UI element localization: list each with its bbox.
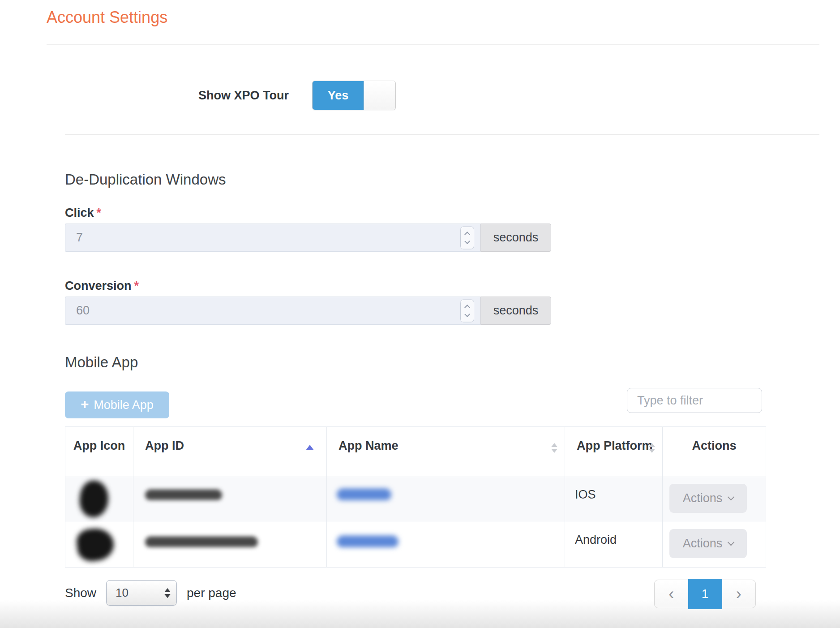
column-header-app-name[interactable]: App Name: [327, 427, 565, 477]
table-row: Android Actions: [65, 522, 766, 568]
seconds-addon: seconds: [480, 297, 551, 325]
required-asterisk: *: [97, 206, 102, 219]
column-header-app-icon: App Icon: [65, 427, 133, 477]
next-page-button[interactable]: ›: [722, 580, 756, 608]
column-header-app-platform[interactable]: App Platform: [565, 427, 663, 477]
actions-button-label: Actions: [683, 491, 723, 505]
spinner-up-icon[interactable]: [464, 305, 470, 310]
table-row: IOS Actions: [65, 477, 766, 522]
app-id-redacted: [145, 490, 222, 500]
account-settings-page: Account Settings Show XPO Tour Yes De-Du…: [0, 0, 840, 628]
add-mobile-app-label: Mobile App: [94, 398, 154, 412]
select-arrows-icon: [164, 588, 171, 598]
mobile-app-table: App Icon App ID App Name App Platform Ac…: [65, 426, 766, 568]
number-spinner[interactable]: [460, 299, 474, 322]
filter-input[interactable]: [627, 388, 762, 413]
sort-both-icon[interactable]: [649, 443, 655, 453]
divider: [47, 44, 819, 45]
current-page-button[interactable]: 1: [688, 579, 722, 609]
app-id-cell: [133, 477, 327, 522]
seconds-addon: seconds: [480, 224, 551, 252]
app-id-redacted: [145, 537, 258, 547]
app-platform-value: Android: [565, 522, 662, 547]
conversion-input-wrap: [65, 297, 480, 325]
click-window-group: seconds: [65, 224, 551, 252]
conversion-window-label: Conversion*: [65, 279, 139, 293]
column-header-actions: Actions: [663, 427, 766, 477]
toggle-on-label[interactable]: Yes: [313, 81, 364, 110]
app-id-header-label: App ID: [145, 439, 184, 452]
app-icon-redacted: [77, 479, 111, 519]
app-id-cell: [133, 522, 327, 567]
app-platform-value: IOS: [565, 477, 662, 502]
dedup-heading: De-Duplication Windows: [65, 171, 226, 188]
divider: [65, 134, 819, 135]
chevron-down-icon: [728, 539, 735, 546]
actions-dropdown-button[interactable]: Actions: [669, 529, 747, 558]
table-header-row: App Icon App ID App Name App Platform Ac…: [65, 427, 766, 477]
xpo-tour-row: Show XPO Tour Yes: [198, 81, 396, 110]
previous-page-button[interactable]: ‹: [655, 580, 688, 608]
per-page-select[interactable]: 10: [106, 580, 177, 606]
plus-icon: +: [81, 396, 89, 413]
pagination: ‹ 1 ›: [654, 580, 756, 608]
per-page-label: per page: [187, 586, 236, 600]
mobile-app-heading: Mobile App: [65, 354, 138, 371]
conversion-window-input[interactable]: [65, 297, 480, 325]
sort-ascending-icon[interactable]: [306, 445, 314, 450]
click-window-label: Click*: [65, 206, 101, 220]
app-icon-cell: [65, 477, 133, 522]
spinner-down-icon[interactable]: [464, 311, 470, 317]
per-page-control: Show 10 per page: [65, 580, 236, 606]
add-mobile-app-button[interactable]: + Mobile App: [65, 391, 169, 418]
app-icon-cell: [65, 522, 133, 567]
chevron-down-icon: [728, 494, 735, 501]
app-icon-redacted: [75, 527, 115, 563]
app-name-cell: [327, 477, 565, 522]
app-name-link-redacted[interactable]: [337, 489, 391, 500]
click-label-text: Click: [65, 206, 94, 219]
actions-cell: Actions: [663, 477, 766, 522]
click-window-input[interactable]: [65, 224, 480, 252]
spinner-up-icon[interactable]: [464, 232, 470, 237]
conversion-window-group: seconds: [65, 297, 551, 325]
number-spinner[interactable]: [460, 226, 474, 249]
page-title: Account Settings: [47, 8, 167, 27]
app-name-link-redacted[interactable]: [337, 536, 399, 547]
column-header-app-id[interactable]: App ID: [133, 427, 327, 477]
app-platform-cell: IOS: [565, 477, 663, 522]
per-page-value: 10: [116, 586, 129, 600]
app-name-cell: [327, 522, 565, 567]
sort-both-icon[interactable]: [551, 443, 557, 453]
actions-dropdown-button[interactable]: Actions: [669, 484, 747, 513]
conversion-label-text: Conversion: [65, 279, 132, 292]
app-platform-header-label: App Platform: [577, 439, 653, 452]
show-label: Show: [65, 586, 96, 600]
required-asterisk: *: [134, 279, 139, 292]
xpo-tour-label: Show XPO Tour: [198, 89, 289, 103]
toggle-handle[interactable]: [364, 81, 395, 110]
spinner-down-icon[interactable]: [464, 238, 470, 244]
app-platform-cell: Android: [565, 522, 663, 567]
actions-cell: Actions: [663, 522, 766, 567]
click-input-wrap: [65, 224, 480, 252]
actions-button-label: Actions: [683, 537, 723, 551]
app-name-header-label: App Name: [339, 439, 399, 452]
xpo-tour-toggle[interactable]: Yes: [312, 81, 396, 110]
